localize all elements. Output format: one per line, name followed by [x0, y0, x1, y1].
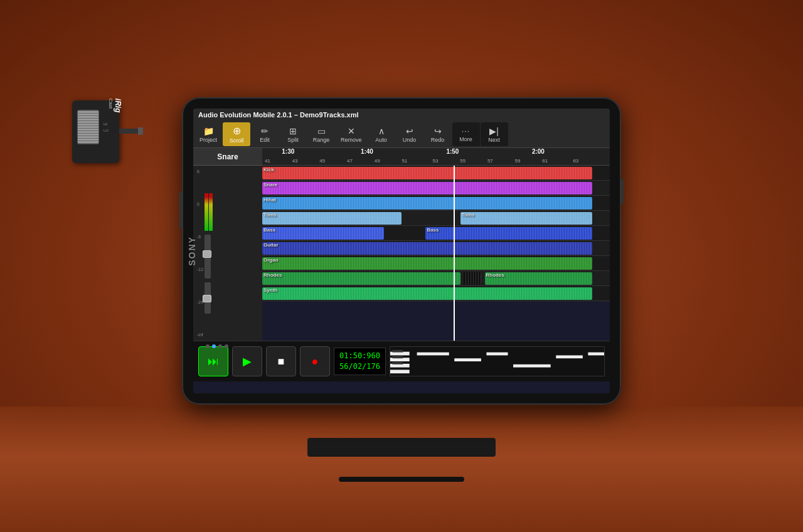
beat-41: 41: [265, 158, 270, 164]
organ-clip[interactable]: Organ: [262, 257, 592, 270]
time-1-30: 1:30: [282, 148, 294, 155]
track-row-kick[interactable]: Kick: [262, 166, 610, 181]
svg-rect-5: [392, 350, 403, 353]
track-row-guitar[interactable]: Guitar: [262, 241, 610, 256]
mixer-area[interactable]: 6 0 -6 -12 -24 -inf: [193, 166, 262, 341]
selected-track-name: Snare: [193, 148, 262, 166]
toolbar-remove[interactable]: ✕ Remove: [336, 122, 367, 146]
beat-55: 55: [460, 158, 465, 164]
time-2-00: 2:00: [532, 148, 545, 155]
edit-icon: ✏: [261, 126, 269, 136]
svg-rect-8: [417, 353, 449, 356]
record-icon: ●: [312, 355, 319, 368]
toolbar-scroll[interactable]: ⊕ Scroll: [223, 122, 250, 146]
track-row-toms1[interactable]: Toms Toms: [262, 211, 610, 226]
track-row-organ[interactable]: Organ: [262, 256, 610, 271]
kick-label: Kick: [263, 167, 274, 173]
timeline-ruler: 1:30 1:40 1:50 2:00 41 43 45 47 49 51 53…: [262, 148, 610, 166]
time-display: 01:50:960 56/02/176: [334, 348, 386, 375]
scroll-icon: ⊕: [233, 125, 241, 137]
svg-rect-4: [390, 370, 410, 373]
kick-clip[interactable]: Kick: [262, 167, 592, 179]
play-icon: ▶: [243, 354, 252, 368]
volume-button[interactable]: [179, 191, 182, 229]
toolbar-project[interactable]: 📁 Project: [194, 122, 222, 146]
toolbar-range[interactable]: ▭ Range: [307, 122, 335, 146]
toolbar-auto[interactable]: ∧ Auto: [368, 122, 395, 146]
range-icon: ▭: [317, 126, 326, 136]
toolbar-edit[interactable]: ✏ Edit: [251, 122, 279, 146]
synth-label: Synth: [263, 287, 277, 293]
app-title: Audio Evolution Mobile 2.0.1 – Demo9Trac…: [198, 111, 359, 119]
track-row-bass[interactable]: Bass Bass: [262, 226, 610, 241]
guitar-label: Guitar: [263, 242, 279, 248]
toolbar-more[interactable]: ··· More: [452, 122, 480, 146]
synth-clip[interactable]: Synth: [262, 287, 592, 300]
phone-stand: [307, 438, 496, 457]
mic-grille: [77, 110, 99, 144]
redo-icon: ↪: [434, 126, 442, 136]
hihat-label: Hihat: [263, 197, 276, 203]
toolbar-redo[interactable]: ↪ Redo: [424, 122, 452, 146]
svg-rect-13: [588, 353, 604, 356]
record-button[interactable]: ●: [300, 346, 330, 376]
split-icon: ⊞: [289, 126, 297, 136]
stop-button[interactable]: ■: [266, 346, 296, 376]
rhodes-clip-3[interactable]: Rhodes: [485, 272, 593, 285]
toolbar-undo[interactable]: ↩ Undo: [396, 122, 423, 146]
toolbar-split[interactable]: ⊞ Split: [279, 122, 307, 146]
organ-label: Organ: [263, 257, 279, 263]
svg-rect-7: [392, 362, 403, 364]
fader-thumb[interactable]: [203, 250, 211, 258]
play-button[interactable]: ▶: [232, 346, 262, 376]
phone-screen: Audio Evolution Mobile 2.0.1 – Demo9Trac…: [193, 109, 610, 393]
snare-clip[interactable]: Snare: [262, 182, 592, 194]
irig-microphone: iRig Cast HI LO: [72, 100, 119, 163]
beat-51: 51: [402, 158, 407, 164]
remove-icon: ✕: [348, 126, 355, 136]
fader-area[interactable]: [205, 168, 213, 338]
time-1-40: 1:40: [361, 148, 373, 155]
bass-clip-1[interactable]: Bass: [262, 227, 384, 240]
bass-clip-2[interactable]: Bass: [425, 227, 592, 240]
svg-rect-10: [486, 353, 508, 356]
tracks-container[interactable]: Kick Snare Hihat: [262, 166, 610, 341]
toms-clip-2[interactable]: Toms: [460, 212, 593, 225]
track-row-synth[interactable]: Synth: [262, 286, 610, 301]
toms-label-2: Toms: [462, 212, 475, 218]
time-1-50: 1:50: [446, 148, 459, 155]
piano-roll-preview[interactable]: [390, 346, 605, 376]
track-row-hihat[interactable]: Hihat: [262, 196, 610, 211]
fast-forward-button[interactable]: ⏭: [198, 346, 228, 376]
track-row-snare[interactable]: Snare: [262, 181, 610, 196]
beat-43: 43: [292, 158, 298, 164]
power-button[interactable]: [621, 179, 624, 204]
svg-rect-6: [392, 356, 403, 358]
beat-57: 57: [487, 158, 493, 164]
svg-rect-11: [513, 364, 551, 368]
transport-controls: ⏭ ▶ ■ ● 01:50:960 56/02/176: [193, 341, 610, 381]
time-code: 01:50:960: [339, 351, 380, 361]
bass-label-2: Bass: [427, 227, 439, 233]
toms-clip-1[interactable]: Toms: [262, 212, 402, 225]
stop-icon: ■: [278, 355, 285, 368]
irig-brand: iRig Cast: [109, 98, 123, 113]
sony-brand: SONY: [187, 236, 197, 266]
volume-fader[interactable]: [205, 235, 211, 279]
snare-label: Snare: [263, 182, 277, 188]
toolbar: 📁 Project ⊕ Scroll ✏ Edit ⊞ Split ▭ Rang…: [193, 121, 610, 148]
rhodes-clip-2[interactable]: [464, 272, 481, 285]
toolbar-next[interactable]: ▶| Next: [481, 122, 508, 146]
track-row-rhodes[interactable]: Rhodes Rhodes: [262, 271, 610, 286]
pan-fader[interactable]: [205, 282, 211, 314]
guitar-clip[interactable]: Guitar: [262, 242, 592, 255]
lo-hi-switch[interactable]: HI LO: [104, 122, 109, 132]
auto-icon: ∧: [378, 126, 385, 136]
rhodes-clip-1[interactable]: Rhodes: [262, 272, 460, 285]
pan-fader-thumb[interactable]: [203, 295, 211, 302]
folder-icon: 📁: [203, 126, 214, 136]
hihat-clip[interactable]: Hihat: [262, 197, 592, 210]
svg-rect-0: [390, 347, 604, 376]
table-surface: [0, 407, 803, 532]
beat-49: 49: [375, 158, 380, 164]
